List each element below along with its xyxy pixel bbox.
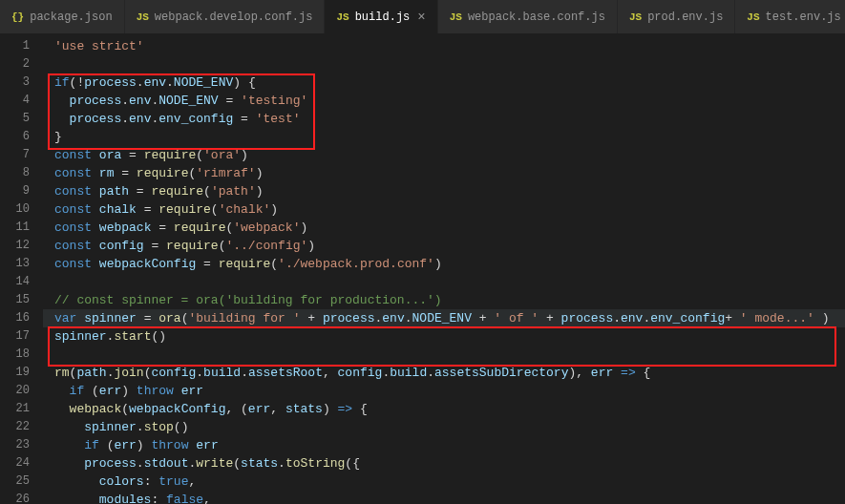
code-line[interactable]: var spinner = ora('building for ' + proc…	[43, 309, 845, 327]
js-file-icon: JS	[747, 11, 759, 23]
code-line[interactable]	[43, 55, 845, 74]
line-number: 5	[0, 110, 43, 128]
tab-prod.env.js[interactable]: JSprod.env.js	[618, 0, 735, 33]
tab-label: prod.env.js	[647, 10, 723, 24]
line-number: 2	[0, 55, 43, 74]
line-number: 24	[0, 454, 43, 472]
editor-tabs: {}package.jsonJSwebpack.develop.conf.jsJ…	[0, 0, 845, 33]
line-number: 16	[0, 309, 43, 327]
line-number: 8	[0, 164, 43, 182]
code-line[interactable]: colors: true,	[43, 472, 845, 491]
code-line[interactable]	[43, 346, 845, 364]
code-line[interactable]: const config = require('../config')	[43, 237, 845, 255]
line-number: 10	[0, 200, 43, 219]
js-file-icon: JS	[629, 11, 642, 23]
code-line[interactable]: // const spinner = ora('building for pro…	[43, 291, 845, 309]
line-number: 23	[0, 436, 43, 454]
tab-label: webpack.develop.conf.js	[155, 10, 313, 24]
code-line[interactable]: process.env.NODE_ENV = 'testing'	[43, 92, 845, 110]
tab-label: webpack.base.conf.js	[468, 10, 605, 24]
line-number: 13	[0, 255, 43, 273]
line-number: 9	[0, 182, 43, 200]
line-number: 17	[0, 327, 43, 346]
js-file-icon: JS	[336, 11, 349, 23]
line-number: 20	[0, 382, 43, 400]
tab-label: package.json	[30, 10, 112, 24]
line-number: 21	[0, 400, 43, 418]
code-line[interactable]: modules: false,	[43, 491, 845, 504]
line-numbers-gutter: 1234567891011121314151617181920212223242…	[0, 33, 43, 504]
code-line[interactable]: }	[43, 128, 845, 146]
code-line[interactable]: spinner.stop()	[43, 418, 845, 436]
code-line[interactable]	[43, 273, 845, 291]
code-line[interactable]: if (err) throw err	[43, 382, 845, 400]
code-line[interactable]: if(!process.env.NODE_ENV) {	[43, 74, 845, 92]
line-number: 4	[0, 92, 43, 110]
line-number: 1	[0, 37, 43, 55]
code-line[interactable]: const rm = require('rimraf')	[43, 164, 845, 182]
code-line[interactable]: webpack(webpackConfig, (err, stats) => {	[43, 400, 845, 418]
close-icon[interactable]: ×	[417, 10, 425, 25]
js-file-icon: JS	[450, 11, 462, 23]
tab-label: test.env.js	[766, 10, 841, 24]
tab-webpack.base.conf.js[interactable]: JSwebpack.base.conf.js	[438, 0, 618, 33]
line-number: 22	[0, 418, 43, 436]
editor-area: 1234567891011121314151617181920212223242…	[0, 33, 845, 504]
line-number: 15	[0, 291, 43, 309]
tab-label: build.js	[355, 10, 411, 24]
js-file-icon: JS	[137, 11, 149, 23]
line-number: 7	[0, 146, 43, 164]
code-content[interactable]: 'use strict'if(!process.env.NODE_ENV) { …	[43, 33, 845, 504]
line-number: 6	[0, 128, 43, 146]
line-number: 3	[0, 74, 43, 92]
code-line[interactable]: const webpack = require('webpack')	[43, 219, 845, 237]
code-line[interactable]: spinner.start()	[43, 327, 845, 346]
line-number: 18	[0, 346, 43, 364]
tab-package.json[interactable]: {}package.json	[0, 0, 125, 33]
json-file-icon: {}	[11, 11, 24, 23]
tab-webpack.develop.conf.js[interactable]: JSwebpack.develop.conf.js	[125, 0, 326, 33]
code-line[interactable]: const chalk = require('chalk')	[43, 200, 845, 219]
tab-build.js[interactable]: JSbuild.js×	[325, 0, 437, 33]
code-line[interactable]: rm(path.join(config.build.assetsRoot, co…	[43, 364, 845, 382]
line-number: 25	[0, 472, 43, 491]
line-number: 26	[0, 491, 43, 504]
code-line[interactable]: const path = require('path')	[43, 182, 845, 200]
code-line[interactable]: const webpackConfig = require('./webpack…	[43, 255, 845, 273]
code-line[interactable]: if (err) throw err	[43, 436, 845, 454]
code-line[interactable]: const ora = require('ora')	[43, 146, 845, 164]
code-line[interactable]: 'use strict'	[43, 37, 845, 55]
line-number: 14	[0, 273, 43, 291]
line-number: 12	[0, 237, 43, 255]
code-line[interactable]: process.stdout.write(stats.toString({	[43, 454, 845, 472]
line-number: 11	[0, 219, 43, 237]
tab-test.env.js[interactable]: JStest.env.js	[735, 0, 845, 33]
line-number: 19	[0, 364, 43, 382]
code-line[interactable]: process.env.env_config = 'test'	[43, 110, 845, 128]
